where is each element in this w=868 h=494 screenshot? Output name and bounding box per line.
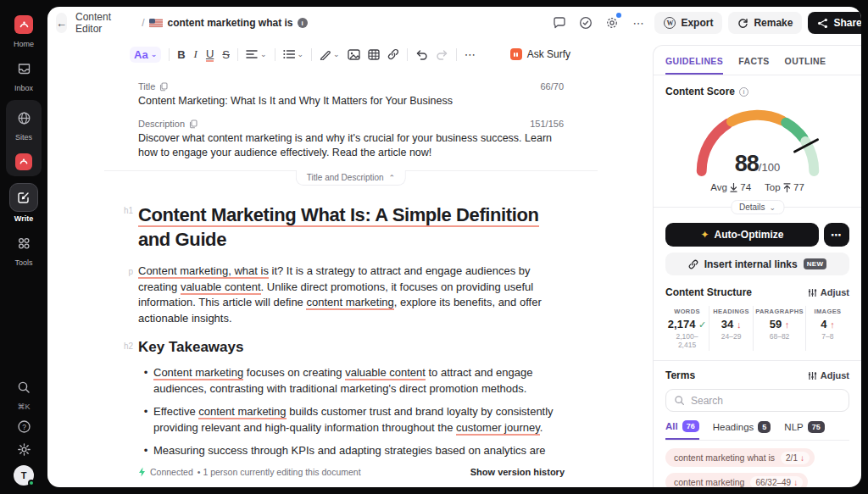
collapse-title-description-button[interactable]: Title and Description ⌃ [296, 170, 406, 186]
content-score-value: 88 [735, 151, 759, 176]
write-icon[interactable] [9, 183, 38, 212]
settings-gear-icon[interactable] [17, 442, 31, 457]
structure-adjust-button[interactable]: Adjust [808, 287, 849, 297]
terms-tab-all[interactable]: All76 [665, 420, 699, 440]
stat-words: WORDS2,174 ✓2,100–2,415 [665, 306, 709, 351]
block-type-label: h1 [116, 206, 133, 215]
details-button[interactable]: Details ⌄ [731, 200, 784, 214]
text-style-button[interactable]: Aa⌄ [130, 47, 161, 63]
auto-optimize-more-button[interactable]: ⋯ [824, 223, 849, 247]
link-button[interactable] [387, 48, 399, 60]
share-button[interactable]: Share [808, 12, 861, 34]
guidelines-panel: GUIDELINES FACTS OUTLINE Content Score i [653, 45, 861, 487]
document-area[interactable]: Title 66/70 Content Marketing: What Is I… [47, 69, 653, 462]
tools-icon[interactable] [9, 230, 38, 256]
inbox-icon[interactable] [9, 56, 38, 81]
ask-surfy-label: Ask Surfy [527, 48, 570, 60]
surfer-logo-icon[interactable] [9, 12, 38, 37]
insert-internal-links-button[interactable]: Insert internal links NEW [665, 253, 849, 275]
undo-button[interactable] [415, 49, 428, 60]
doc-block-p[interactable]: pContent marketing, what is it? It is a … [138, 264, 564, 326]
tab-outline[interactable]: OUTLINE [785, 56, 826, 75]
connection-status: Connected [150, 467, 193, 477]
tab-guidelines[interactable]: GUIDELINES [665, 56, 723, 75]
toolbar-more-button[interactable]: ⋯ [465, 48, 476, 61]
new-badge: NEW [804, 258, 827, 269]
align-button[interactable]: ⌄ [246, 49, 267, 59]
rail-label-home: Home [14, 40, 34, 48]
strikethrough-button[interactable]: S [222, 48, 230, 61]
ask-surfy-button[interactable]: Ask Surfy [510, 48, 570, 60]
redo-button[interactable] [436, 49, 448, 60]
share-label: Share [833, 17, 861, 29]
list-item[interactable]: •Measuring success through KPIs and adap… [138, 443, 564, 462]
terms-tabs: All76 Headings5 NLP75 [665, 420, 849, 441]
wordpress-icon: W [664, 17, 676, 29]
tab-facts[interactable]: FACTS [738, 56, 769, 75]
table-button[interactable] [368, 49, 380, 60]
list-button[interactable]: ⌄ [283, 49, 304, 59]
content-score-gauge: 88/100 [686, 99, 830, 177]
comments-icon[interactable] [549, 13, 570, 33]
sites-group: Sites [6, 100, 42, 176]
bold-button[interactable]: B [177, 48, 185, 61]
title-input[interactable]: Content Marketing: What Is It and Why It… [138, 94, 564, 108]
export-button[interactable]: W Export [654, 12, 722, 34]
term-chip[interactable]: content marketing what is2/1↓ [665, 448, 815, 467]
stat-images: IMAGES4 ↑7–8 [806, 306, 849, 351]
user-avatar[interactable]: T [14, 465, 34, 486]
breadcrumb-app[interactable]: Content Editor [75, 11, 136, 35]
terms-tab-headings[interactable]: Headings5 [713, 420, 771, 440]
term-chips-list: content marketing what is2/1↓content mar… [665, 448, 849, 487]
terms-search-input[interactable]: Search [665, 389, 849, 412]
doc-block-h1[interactable]: h1Content Marketing What Is: A Simple De… [138, 203, 564, 252]
info-icon[interactable]: i [298, 18, 308, 28]
stat-headings: HEADINGS34 ↓24–29 [709, 306, 754, 351]
term-count: 66/32–49↓ [750, 476, 803, 488]
top-icon [783, 183, 791, 192]
copy-icon[interactable] [189, 119, 198, 129]
breadcrumb-separator: / [142, 17, 144, 29]
show-version-history-link[interactable]: Show version history [470, 467, 565, 477]
rail-label-write: Write [14, 214, 33, 223]
underline-button[interactable]: U [206, 47, 214, 62]
description-input[interactable]: Discover what content marketing is and w… [138, 131, 564, 160]
settings-gear-icon-top[interactable] [602, 13, 622, 33]
check-circle-icon[interactable] [576, 13, 596, 33]
search-icon[interactable] [17, 380, 31, 394]
panel-tabs: GUIDELINES FACTS OUTLINE [654, 46, 861, 75]
list-item[interactable]: •Content marketing focuses on creating v… [138, 365, 564, 397]
more-menu-icon[interactable]: ⋯ [628, 13, 648, 33]
sparkles-icon: ✦ [700, 229, 709, 241]
pen-button[interactable]: ⌄ [320, 49, 340, 60]
terms-adjust-button[interactable]: Adjust [808, 370, 849, 380]
block-type-label: h2 [116, 341, 133, 351]
doc-title[interactable]: content marketing what is [167, 17, 292, 29]
doc-block-h2[interactable]: h2Key Takeaways [138, 338, 564, 357]
list-item[interactable]: •Effective content marketing builds cust… [138, 404, 564, 436]
rail-label-tools: Tools [14, 258, 32, 267]
image-button[interactable] [348, 49, 360, 60]
term-chip[interactable]: content marketing66/32–49↓ [665, 473, 808, 487]
back-button[interactable]: ← [56, 13, 67, 33]
terms-tab-nlp[interactable]: NLP75 [784, 420, 824, 440]
bullet-marker: • [138, 365, 153, 397]
globe-icon[interactable] [9, 105, 38, 130]
term-count: 2/1↓ [781, 452, 810, 464]
content-structure-heading: Content Structure [665, 286, 752, 298]
rail-label-sites: Sites [15, 133, 32, 142]
copy-icon[interactable] [159, 82, 168, 92]
help-icon[interactable]: ? [17, 419, 31, 434]
remake-button[interactable]: Remake [728, 12, 802, 34]
title-char-count: 66/70 [540, 81, 564, 92]
shortcut-label: ⌘K [17, 402, 30, 411]
svg-text:?: ? [22, 423, 26, 431]
editor-column: Aa⌄ B I U S ⌄ ⌄ [47, 39, 653, 487]
rail-label-inbox: Inbox [14, 84, 33, 92]
italic-button[interactable]: I [194, 47, 198, 61]
doc-block-ul[interactable]: •Content marketing focuses on creating v… [138, 365, 564, 462]
info-icon[interactable]: i [739, 87, 748, 97]
auto-optimize-button[interactable]: ✦ Auto-Optimize [665, 223, 819, 247]
chevron-up-icon: ⌃ [389, 174, 396, 182]
site-surfer-icon[interactable] [9, 149, 38, 175]
